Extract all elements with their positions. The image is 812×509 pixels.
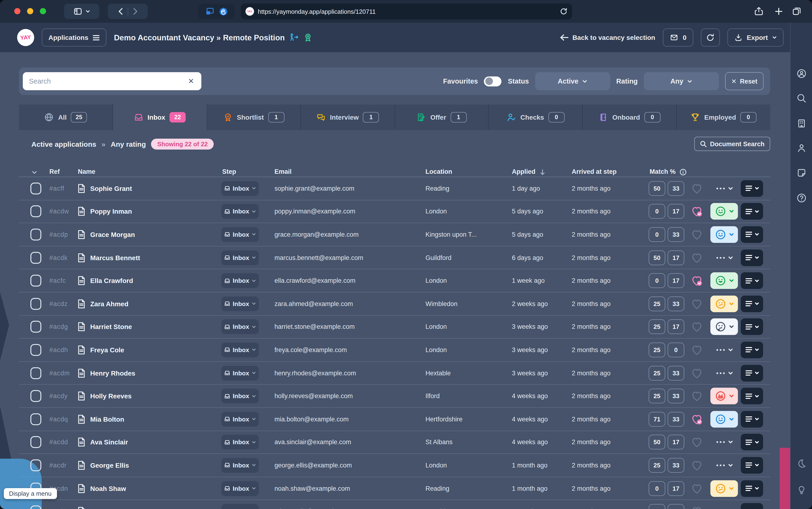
favourite-toggle[interactable] [690, 274, 703, 287]
row-name[interactable]: George Ellis [90, 462, 129, 469]
favourite-toggle[interactable] [690, 320, 703, 333]
row-name[interactable]: Ethan Wells [90, 508, 128, 509]
step-dropdown[interactable]: Inbox [221, 181, 259, 196]
rating-button[interactable] [710, 411, 738, 427]
zoom-window-button[interactable] [40, 8, 46, 14]
table-row[interactable]: #acdz Zara Ahmed Inbox zara.ahmed@exampl… [19, 293, 770, 315]
favourite-toggle[interactable] [690, 436, 703, 449]
help-icon[interactable] [796, 193, 807, 203]
row-checkbox[interactable] [30, 413, 41, 425]
row-menu-button[interactable] [741, 480, 763, 497]
applications-menu-button[interactable]: Applications [42, 29, 106, 46]
row-checkbox[interactable] [30, 367, 41, 379]
address-bar[interactable]: YAY https://yaymonday.app/applications/1… [241, 3, 572, 20]
row-name[interactable]: Ella Crawford [90, 277, 133, 284]
rating-button[interactable] [710, 272, 738, 289]
col-location[interactable]: Location [426, 168, 452, 175]
table-row[interactable]: #acdn Noah Shaw Inbox noah.shaw@example.… [19, 477, 770, 500]
row-menu-button[interactable] [741, 249, 763, 266]
favourite-toggle[interactable] [690, 367, 703, 379]
tab-offer[interactable]: Offer 1 [395, 104, 489, 130]
rating-button[interactable] [710, 318, 738, 335]
share-icon[interactable] [754, 7, 764, 16]
row-menu-button[interactable] [741, 180, 763, 197]
favourite-toggle[interactable] [690, 182, 703, 195]
search-icon[interactable] [796, 93, 807, 103]
row-name[interactable]: Grace Morgan [90, 231, 135, 238]
row-menu-button[interactable] [741, 434, 763, 451]
document-icon[interactable] [77, 184, 86, 193]
table-row[interactable]: #acdg Harriet Stone Inbox harriet.stone@… [19, 315, 770, 339]
row-name[interactable]: Henry Rhodes [90, 369, 135, 377]
document-icon[interactable] [77, 230, 86, 239]
row-name[interactable]: Marcus Bennett [90, 254, 140, 261]
row-checkbox[interactable] [30, 321, 41, 333]
col-ref[interactable]: Ref [49, 168, 60, 175]
document-icon[interactable] [77, 368, 86, 378]
rating-button[interactable] [710, 434, 738, 451]
table-row[interactable]: #acdm Henry Rhodes Inbox henry.rhodes@ex… [19, 362, 770, 385]
row-checkbox[interactable] [30, 229, 41, 240]
table-row[interactable]: #acdw Poppy Inman Inbox poppy.inman@exam… [19, 200, 770, 223]
document-icon[interactable] [77, 322, 86, 332]
row-name[interactable]: Ava Sinclair [90, 439, 128, 446]
favourite-toggle[interactable] [690, 459, 703, 472]
row-checkbox[interactable] [30, 344, 41, 356]
step-dropdown[interactable]: Inbox [221, 250, 259, 265]
row-checkbox[interactable] [30, 275, 41, 286]
step-dropdown[interactable]: Inbox [221, 227, 259, 242]
col-applied[interactable]: Applied [512, 168, 535, 175]
back-icon[interactable] [117, 8, 123, 15]
document-icon[interactable] [77, 299, 86, 309]
rating-button[interactable] [710, 180, 738, 197]
step-dropdown[interactable]: Inbox [221, 204, 259, 219]
search-input[interactable] [23, 72, 201, 90]
table-row[interactable]: #acdy Holly Reeves Inbox holly.reeves@ex… [19, 385, 770, 408]
idea-icon[interactable] [796, 485, 807, 495]
favourite-toggle[interactable] [690, 298, 703, 310]
table-row[interactable]: #acff Sophie Grant Inbox sophie.grant@ex… [19, 177, 770, 200]
favourite-toggle[interactable] [690, 205, 703, 218]
row-checkbox[interactable] [30, 460, 41, 471]
document-icon[interactable] [77, 438, 86, 447]
document-icon[interactable] [77, 276, 86, 285]
favourites-toggle[interactable] [484, 76, 502, 86]
tab-employed[interactable]: Employed 0 [677, 104, 770, 130]
row-name[interactable]: Mia Bolton [90, 415, 124, 423]
row-menu-button[interactable] [741, 203, 763, 220]
document-icon[interactable] [77, 391, 86, 401]
back-to-vacancy-link[interactable]: Back to vacancy selection [560, 34, 655, 41]
col-name[interactable]: Name [78, 168, 96, 175]
row-name[interactable]: Zara Ahmed [90, 300, 129, 308]
document-icon[interactable] [77, 414, 86, 424]
info-icon[interactable] [679, 169, 687, 176]
favourite-toggle[interactable] [690, 251, 703, 264]
table-row[interactable]: #acdp Grace Morgan Inbox grace.morgan@ex… [19, 223, 770, 246]
step-dropdown[interactable]: Inbox [221, 319, 259, 334]
table-row[interactable]: #acdd Ava Sinclair Inbox ava.sinclair@ex… [19, 431, 770, 454]
rating-button[interactable] [710, 249, 738, 266]
table-row[interactable]: #acfd Ethan Wells Inbox ethan.wells@exam… [19, 500, 770, 509]
dark-mode-icon[interactable] [796, 458, 807, 469]
document-icon[interactable] [77, 484, 86, 493]
step-dropdown[interactable]: Inbox [221, 388, 259, 403]
row-menu-button[interactable] [741, 457, 763, 474]
rating-button[interactable] [710, 388, 738, 404]
rating-button[interactable] [710, 342, 738, 358]
company-icon[interactable] [796, 118, 807, 129]
rating-button[interactable] [710, 503, 738, 509]
row-checkbox[interactable] [30, 505, 41, 509]
notes-icon[interactable] [796, 168, 807, 178]
row-menu-button[interactable] [741, 503, 763, 509]
document-icon[interactable] [77, 253, 86, 262]
rating-button[interactable] [710, 365, 738, 381]
yay-logo[interactable]: YAY [16, 29, 35, 47]
rating-button[interactable] [710, 457, 738, 474]
rating-button[interactable] [710, 480, 738, 497]
forward-icon[interactable] [132, 8, 138, 15]
step-dropdown[interactable]: Inbox [221, 458, 259, 473]
rating-button[interactable] [710, 226, 738, 243]
step-dropdown[interactable]: Inbox [221, 412, 259, 427]
tab-overview-icon[interactable] [792, 7, 802, 16]
row-menu-button[interactable] [741, 365, 763, 381]
